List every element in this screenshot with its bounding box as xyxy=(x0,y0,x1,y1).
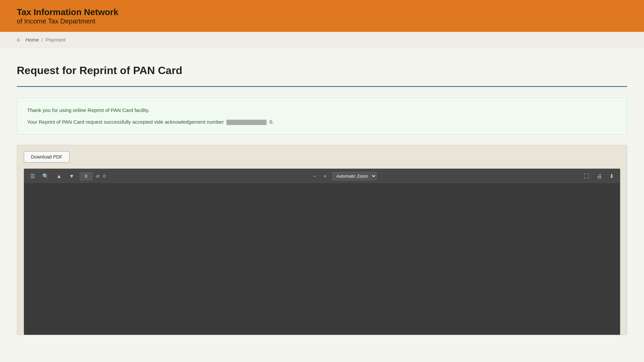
pdf-zoom-out-button[interactable]: − xyxy=(311,172,318,181)
header-title-line2: of Income Tax Department xyxy=(17,17,118,25)
pdf-page-input[interactable] xyxy=(80,172,93,180)
pdf-zoom-select[interactable]: Automatic Zoom 50% 75% 100% 125% 150% 20… xyxy=(332,172,377,180)
sidebar-icon: ☰ xyxy=(30,173,35,179)
pdf-of-label: of 0 xyxy=(96,174,106,179)
zoom-in-icon: + xyxy=(323,173,326,179)
pdf-print-button[interactable]: 🖨 xyxy=(595,172,604,181)
breadcrumb-home-link[interactable]: Home xyxy=(25,37,39,43)
success-box: Thank you for using online Reprint of PA… xyxy=(17,98,627,135)
download-pdf-button[interactable]: Download PDF xyxy=(24,151,69,163)
acknowledgement-number-redacted xyxy=(226,120,267,125)
header-logo-text: Tax Information Network of Income Tax De… xyxy=(17,7,118,25)
pdf-viewer: ☰ 🔍 ▲ ▼ of 0 − xyxy=(24,169,620,335)
main-content: Request for Reprint of PAN Card Thank yo… xyxy=(0,48,644,345)
print-icon: 🖨 xyxy=(597,173,602,179)
breadcrumb-separator: / xyxy=(42,37,43,43)
prev-page-icon: ▲ xyxy=(56,173,62,179)
zoom-out-icon: − xyxy=(313,173,316,179)
pdf-prev-page-button[interactable]: ▲ xyxy=(54,172,64,181)
title-divider xyxy=(17,86,627,87)
page-title: Request for Reprint of PAN Card xyxy=(17,64,627,77)
pdf-fullscreen-button[interactable]: ⛶ xyxy=(582,172,591,181)
next-page-icon: ▼ xyxy=(69,173,74,179)
breadcrumb: ⌂ Home / Payment xyxy=(0,32,644,48)
pdf-toolbar: ☰ 🔍 ▲ ▼ of 0 − xyxy=(24,169,620,184)
save-icon: ⬇ xyxy=(609,173,614,179)
pdf-sidebar-toggle-button[interactable]: ☰ xyxy=(28,172,37,181)
header-title-line1: Tax Information Network xyxy=(17,7,118,17)
pdf-search-button[interactable]: 🔍 xyxy=(40,172,51,181)
home-icon: ⌂ xyxy=(17,37,23,43)
breadcrumb-current: Payment xyxy=(46,37,65,43)
fullscreen-icon: ⛶ xyxy=(584,173,589,179)
success-text-line2-prefix: Your Reprint of PAN Card request success… xyxy=(27,119,224,125)
download-area: Download PDF ☰ 🔍 ▲ ▼ of xyxy=(17,145,627,335)
site-header: Tax Information Network of Income Tax De… xyxy=(0,0,644,32)
success-text-line2: Your Reprint of PAN Card request success… xyxy=(27,119,617,125)
pdf-next-page-button[interactable]: ▼ xyxy=(67,172,76,181)
pdf-zoom-in-button[interactable]: + xyxy=(321,172,328,181)
success-text-line2-suffix: 0. xyxy=(270,119,274,125)
search-icon: 🔍 xyxy=(42,173,49,179)
pdf-save-button[interactable]: ⬇ xyxy=(607,172,616,181)
pdf-content-area xyxy=(24,184,620,335)
success-text-line1: Thank you for using online Reprint of PA… xyxy=(27,107,617,113)
